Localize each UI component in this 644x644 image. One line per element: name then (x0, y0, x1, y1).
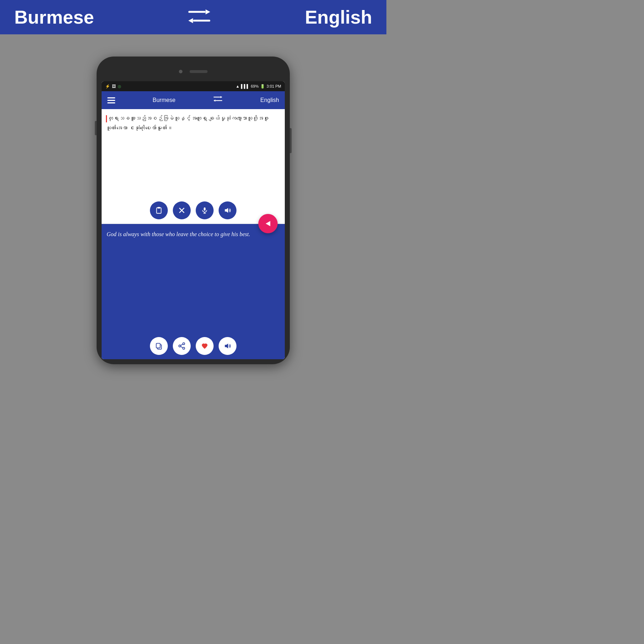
clipboard-button[interactable] (150, 201, 168, 219)
image-icon: 🖼 (112, 84, 116, 88)
svg-rect-0 (189, 11, 206, 13)
output-action-buttons (107, 337, 280, 355)
svg-marker-16 (225, 208, 228, 213)
status-bar: ⚡ 🖼 ◎ ▲ ▌▌▌ 69% 🔋 3:01 PM (102, 81, 285, 91)
close-icon (178, 207, 185, 214)
input-action-buttons (106, 201, 280, 219)
swap-language-button[interactable] (187, 6, 212, 28)
svg-line-24 (181, 344, 183, 346)
share-icon (178, 342, 186, 350)
output-speaker-icon (224, 342, 231, 350)
translated-text: God is always with those who leave the c… (107, 230, 280, 334)
svg-point-21 (179, 345, 181, 347)
svg-rect-10 (157, 207, 160, 209)
top-bar: Burmese English (0, 0, 386, 34)
nav-swap-button[interactable] (213, 96, 223, 105)
source-language-label: Burmese (14, 6, 94, 28)
volume-button[interactable] (95, 121, 97, 135)
location-icon: ◎ (118, 84, 121, 89)
time-display: 3:01 PM (267, 84, 281, 88)
svg-marker-1 (206, 9, 210, 14)
swap-icon (187, 6, 212, 28)
app-navigation-bar: Burmese English (102, 91, 285, 109)
phone-wrapper: ⚡ 🖼 ◎ ▲ ▌▌▌ 69% 🔋 3:01 PM (89, 34, 297, 386)
nav-target-language[interactable]: English (260, 97, 279, 103)
favorite-button[interactable] (196, 337, 214, 355)
svg-point-20 (183, 343, 185, 345)
power-button[interactable] (290, 128, 292, 153)
phone-device: ⚡ 🖼 ◎ ▲ ▌▌▌ 69% 🔋 3:01 PM (97, 57, 290, 364)
usb-icon: ⚡ (105, 84, 110, 89)
clear-button[interactable] (173, 201, 191, 219)
copy-icon (155, 342, 163, 350)
svg-line-23 (181, 346, 183, 348)
status-left-icons: ⚡ 🖼 ◎ (105, 84, 121, 89)
microphone-button[interactable] (196, 201, 214, 219)
battery-icon: 🔋 (260, 84, 265, 89)
heart-icon (201, 342, 209, 350)
svg-rect-19 (156, 343, 160, 348)
wifi-icon: ▲ (236, 84, 240, 88)
svg-rect-6 (215, 100, 222, 101)
svg-rect-9 (157, 208, 161, 214)
battery-percent: 69% (251, 84, 259, 88)
svg-marker-5 (220, 96, 222, 98)
nav-swap-icon (213, 96, 223, 103)
svg-marker-17 (266, 221, 270, 226)
phone-screen: ⚡ 🖼 ◎ ▲ ▌▌▌ 69% 🔋 3:01 PM (102, 81, 285, 359)
signal-icon: ▌▌▌ (241, 84, 249, 88)
send-icon (264, 220, 272, 228)
earpiece-speaker (190, 70, 208, 73)
output-speaker-button[interactable] (219, 337, 236, 355)
clipboard-icon (155, 206, 163, 214)
svg-marker-7 (214, 99, 215, 102)
svg-marker-25 (225, 343, 228, 348)
input-speaker-button[interactable] (219, 201, 236, 219)
front-camera (179, 70, 182, 73)
svg-point-22 (183, 347, 185, 350)
output-area: God is always with those who leave the c… (102, 224, 285, 359)
nav-source-language[interactable]: Burmese (152, 97, 175, 103)
svg-marker-3 (189, 18, 193, 23)
microphone-icon (201, 206, 208, 214)
speaker-icon (224, 207, 231, 214)
phone-bezel (102, 62, 285, 81)
svg-rect-13 (204, 208, 206, 211)
burmese-input-text[interactable]: တုရားသခဏူသည်အစဉ်အမြဲသူနှင့်အတူရှေး ချယ်မ… (106, 113, 280, 199)
menu-button[interactable] (107, 97, 115, 103)
svg-rect-4 (214, 97, 220, 97)
input-area: တုရားသခဏူသည်အစဉ်အမြဲသူနှင့်အတူရှေး ချယ်မ… (102, 109, 285, 224)
text-cursor (106, 115, 107, 122)
share-button[interactable] (173, 337, 191, 355)
target-language-label: English (305, 6, 372, 28)
translate-send-button[interactable] (258, 214, 278, 233)
status-right-info: ▲ ▌▌▌ 69% 🔋 3:01 PM (236, 84, 281, 89)
copy-translation-button[interactable] (150, 337, 168, 355)
svg-rect-2 (193, 20, 210, 21)
